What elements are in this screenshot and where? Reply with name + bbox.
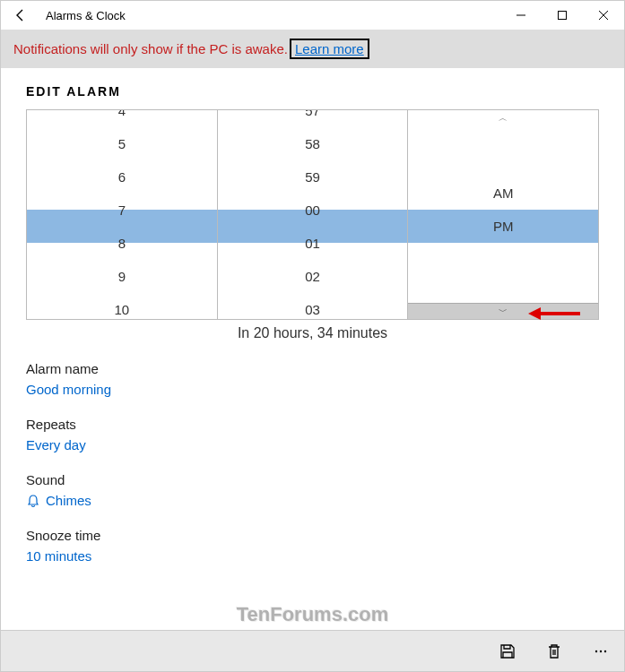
more-button[interactable] <box>590 641 612 662</box>
svg-point-4 <box>595 650 597 651</box>
ampm-spacer <box>408 243 598 276</box>
ampm-option[interactable]: PM <box>408 210 598 243</box>
hour-column[interactable]: 4 5 6 7 8 9 10 <box>27 110 218 319</box>
close-icon <box>599 11 608 20</box>
time-picker[interactable]: 4 5 6 7 8 9 10 57 58 59 00 01 02 03 ︿ <box>26 109 599 320</box>
repeats-field: Repeats Every day <box>26 417 599 452</box>
sound-field: Sound Chimes <box>26 472 599 508</box>
window-controls <box>500 1 624 30</box>
minute-option[interactable]: 59 <box>218 160 408 194</box>
page-title: EDIT ALARM <box>26 84 599 99</box>
notification-bar: Notifications will only show if the PC i… <box>1 30 624 68</box>
hour-option[interactable]: 5 <box>27 127 217 160</box>
trash-icon <box>545 642 563 660</box>
ampm-up-button[interactable]: ︿ <box>408 110 598 126</box>
window-title: Alarms & Clock <box>46 9 126 22</box>
minute-column[interactable]: 57 58 59 00 01 02 03 <box>218 110 409 319</box>
arrow-left-icon <box>13 8 28 22</box>
close-button[interactable] <box>583 1 624 30</box>
notification-text: Notifications will only show if the PC i… <box>13 41 288 56</box>
ampm-column[interactable]: ︿ AM PM ﹀ <box>408 110 598 319</box>
sound-label: Sound <box>26 472 599 487</box>
minute-option[interactable]: 58 <box>218 127 408 160</box>
hour-option[interactable]: 8 <box>27 227 217 260</box>
delete-button[interactable] <box>543 641 565 662</box>
svg-point-6 <box>604 650 606 651</box>
sound-value[interactable]: Chimes <box>26 493 599 508</box>
snooze-field: Snooze time 10 minutes <box>26 528 599 564</box>
minute-option[interactable]: 01 <box>218 227 408 260</box>
minute-option[interactable]: 57 <box>218 109 408 127</box>
snooze-value[interactable]: 10 minutes <box>26 548 599 564</box>
maximize-button[interactable] <box>542 1 583 30</box>
minute-option[interactable]: 02 <box>218 260 408 293</box>
alarm-name-field: Alarm name Good morning <box>26 361 599 397</box>
ampm-spacer <box>408 126 598 159</box>
chevron-up-icon: ︿ <box>499 112 508 125</box>
maximize-icon <box>558 11 567 20</box>
repeats-value[interactable]: Every day <box>26 437 599 452</box>
back-button[interactable] <box>12 6 30 24</box>
repeats-label: Repeats <box>26 417 599 432</box>
sound-value-text: Chimes <box>46 493 91 508</box>
alarm-name-value[interactable]: Good morning <box>26 382 599 397</box>
hour-option[interactable]: 7 <box>27 194 217 227</box>
titlebar: Alarms & Clock <box>1 1 624 30</box>
content-area: EDIT ALARM 4 5 6 7 8 9 10 57 58 59 00 01… <box>1 68 624 564</box>
snooze-label: Snooze time <box>26 528 599 543</box>
command-bar <box>1 630 624 671</box>
minimize-button[interactable] <box>500 1 542 30</box>
hour-option[interactable]: 4 <box>27 109 217 127</box>
minute-option[interactable]: 03 <box>218 293 408 320</box>
ampm-spacer <box>408 159 598 177</box>
watermark: TenForums.com <box>1 603 624 626</box>
ampm-option[interactable]: AM <box>408 177 598 210</box>
ampm-spacer <box>408 276 598 309</box>
save-button[interactable] <box>497 641 518 662</box>
ellipsis-icon <box>592 642 610 660</box>
bell-icon <box>26 494 40 508</box>
alarm-name-label: Alarm name <box>26 361 599 376</box>
hour-option[interactable]: 10 <box>27 293 217 320</box>
hour-option[interactable]: 6 <box>27 160 217 194</box>
minute-option[interactable]: 00 <box>218 194 408 227</box>
svg-rect-1 <box>559 12 567 20</box>
time-remaining-hint: In 20 hours, 34 minutes <box>26 325 599 341</box>
save-icon <box>499 642 516 660</box>
minimize-icon <box>516 11 525 20</box>
hour-option[interactable]: 9 <box>27 260 217 293</box>
svg-point-5 <box>600 650 602 651</box>
learn-more-link[interactable]: Learn more <box>290 39 369 59</box>
